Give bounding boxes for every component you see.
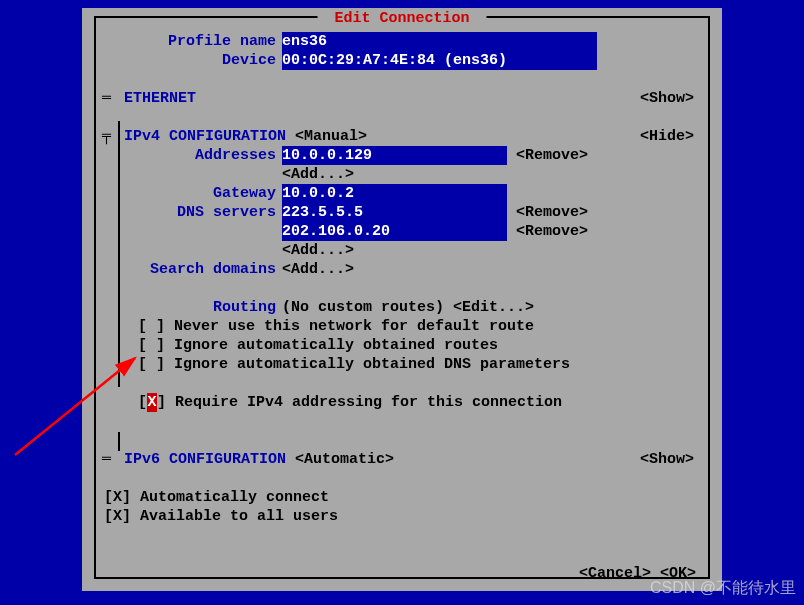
ethernet-section: ═ ETHERNET <Show> (102, 89, 702, 108)
routing-label: Routing (102, 298, 276, 317)
ipv6-section: ═ IPv6 CONFIGURATION <Automatic> <Show> (102, 450, 702, 469)
footer: <Cancel> <OK> (102, 545, 702, 564)
profile-name-row: Profile name ens36 (102, 32, 702, 51)
ethernet-title: ETHERNET (124, 89, 196, 108)
dns2-remove-button[interactable]: <Remove> (507, 222, 588, 241)
profile-name-label: Profile name (102, 32, 276, 51)
addresses-remove-button[interactable]: <Remove> (507, 146, 588, 165)
routing-value: (No custom routes) (282, 298, 444, 317)
device-input[interactable]: 00:0C:29:A7:4E:84 (ens36) (282, 51, 597, 70)
checkbox-default-route[interactable]: [ ] Never use this network for default r… (102, 317, 702, 336)
dialog-content: Profile name ens36 Device 00:0C:29:A7:4E… (102, 32, 702, 569)
ipv4-mode-select[interactable]: <Manual> (286, 127, 367, 146)
require-ipv4-x: X (147, 393, 157, 412)
ipv6-tree-line (118, 432, 120, 451)
dns-add-button[interactable]: <Add...> (282, 241, 354, 260)
addresses-add-button[interactable]: <Add...> (282, 165, 354, 184)
search-domains-row: Search domains <Add...> (102, 260, 702, 279)
device-row: Device 00:0C:29:A7:4E:84 (ens36) (102, 51, 702, 70)
dns-row-1: DNS servers 223.5.5.5 <Remove> (102, 203, 702, 222)
ipv6-mode-select[interactable]: <Automatic> (286, 450, 394, 469)
addresses-input[interactable]: 10.0.0.129 (282, 146, 507, 165)
checkbox-ignore-routes[interactable]: [ ] Ignore automatically obtained routes (102, 336, 702, 355)
ipv4-section: ╤ IPv4 CONFIGURATION <Manual> <Hide> (102, 127, 702, 146)
ipv6-marker: ═ (102, 450, 124, 469)
addresses-label: Addresses (102, 146, 276, 165)
profile-name-input[interactable]: ens36 (282, 32, 597, 51)
gateway-input[interactable]: 10.0.0.2 (282, 184, 507, 203)
dns-row-2: 202.106.0.20 <Remove> (102, 222, 702, 241)
ethernet-marker: ═ (102, 89, 124, 108)
cancel-button[interactable]: <Cancel> (579, 565, 651, 582)
dns1-remove-button[interactable]: <Remove> (507, 203, 588, 222)
dns2-input[interactable]: 202.106.0.20 (282, 222, 507, 241)
dialog-title: Edit Connection (317, 10, 486, 27)
gateway-label: Gateway (102, 184, 276, 203)
dialog-border: Edit Connection Profile name ens36 Devic… (94, 16, 710, 579)
checkbox-auto-connect[interactable]: [X] Automatically connect (102, 488, 702, 507)
checkbox-require-ipv4[interactable]: [X] Require IPv4 addressing for this con… (102, 393, 702, 412)
ipv6-show-button[interactable]: <Show> (640, 450, 694, 469)
routing-row: Routing (No custom routes) <Edit...> (102, 298, 702, 317)
ethernet-show-button[interactable]: <Show> (640, 89, 694, 108)
device-label: Device (102, 51, 276, 70)
ipv6-title: IPv6 CONFIGURATION (124, 450, 286, 469)
gateway-row: Gateway 10.0.0.2 (102, 184, 702, 203)
search-domains-add-button[interactable]: <Add...> (282, 260, 354, 279)
dns-label: DNS servers (102, 203, 276, 222)
ipv4-hide-button[interactable]: <Hide> (640, 127, 694, 146)
routing-edit-button[interactable]: <Edit...> (444, 298, 534, 317)
dns1-input[interactable]: 223.5.5.5 (282, 203, 507, 222)
checkbox-ignore-dns[interactable]: [ ] Ignore automatically obtained DNS pa… (102, 355, 702, 374)
ipv4-tree-line (118, 121, 120, 387)
checkbox-all-users[interactable]: [X] Available to all users (102, 507, 702, 526)
watermark: CSDN @不能待水里 (650, 578, 796, 599)
ipv4-title: IPv4 CONFIGURATION (124, 127, 286, 146)
addresses-row: Addresses 10.0.0.129 <Remove> (102, 146, 702, 165)
search-domains-label: Search domains (102, 260, 276, 279)
dialog-frame: Edit Connection Profile name ens36 Devic… (82, 8, 722, 591)
ipv4-marker: ╤ (102, 127, 124, 146)
